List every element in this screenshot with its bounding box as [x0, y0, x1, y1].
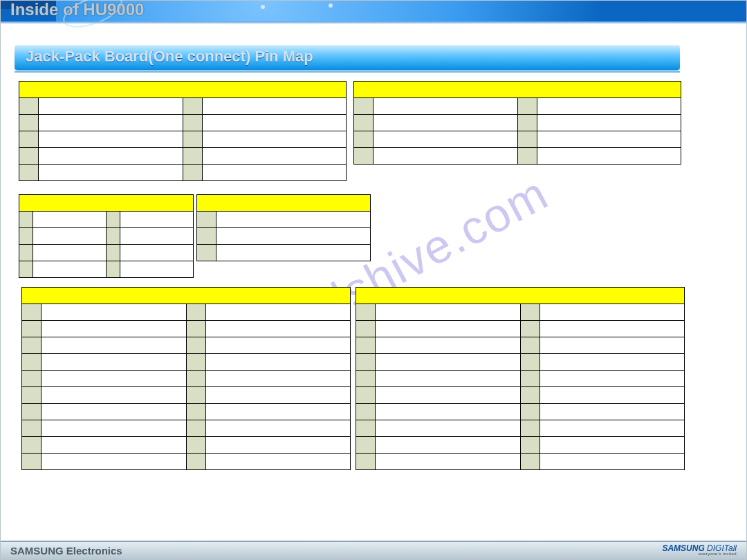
pin-value-cell	[42, 437, 187, 454]
table-row	[19, 115, 347, 131]
pin-value-cell	[39, 131, 183, 148]
pin-index-cell	[517, 115, 537, 131]
header-band: Inside of HU9000	[1, 1, 746, 21]
pin-value-cell	[540, 371, 685, 387]
section-bar: Jack-Pack Board(One connect) Pin Map	[15, 45, 680, 70]
pin-index-cell	[356, 420, 376, 437]
pin-index-cell	[19, 228, 33, 245]
pin-value-cell	[202, 165, 347, 181]
pin-index-cell	[183, 98, 202, 115]
pin-index-cell	[520, 354, 540, 371]
pin-index-cell	[22, 321, 42, 337]
pin-index-cell	[520, 437, 540, 454]
pin-value-cell	[540, 437, 685, 454]
pin-value-cell	[376, 437, 521, 454]
pin-value-cell	[120, 228, 194, 245]
pin-index-cell	[197, 228, 216, 245]
pin-value-cell	[376, 454, 521, 470]
table-header	[356, 288, 685, 304]
table-row	[22, 387, 351, 404]
table-row	[197, 228, 371, 245]
table-row	[22, 437, 351, 454]
pin-index-cell	[19, 245, 33, 261]
pinmap-table-2	[353, 81, 681, 165]
footer-brand: SAMSUNG DIGITall everyone's invited	[662, 545, 737, 556]
pin-index-cell	[197, 245, 216, 261]
table-header	[19, 82, 347, 98]
pin-value-cell	[205, 321, 351, 337]
pin-index-cell	[356, 454, 376, 470]
pin-value-cell	[205, 420, 351, 437]
table-header	[22, 288, 351, 304]
pin-value-cell	[537, 148, 681, 165]
pin-index-cell	[22, 420, 42, 437]
pin-index-cell	[356, 321, 376, 337]
pin-value-cell	[376, 371, 521, 387]
pin-index-cell	[19, 131, 39, 148]
pin-value-cell	[216, 245, 371, 261]
pin-value-cell	[33, 212, 107, 228]
pin-index-cell	[520, 321, 540, 337]
pin-index-cell	[183, 131, 202, 148]
table-row	[22, 371, 351, 387]
table-row	[354, 131, 681, 148]
pin-index-cell	[197, 212, 216, 228]
pin-value-cell	[205, 454, 351, 470]
pin-value-cell	[376, 387, 521, 404]
table-row	[19, 245, 194, 261]
pin-value-cell	[216, 228, 371, 245]
pin-index-cell	[19, 115, 39, 131]
table-row	[356, 371, 685, 387]
pin-index-cell	[186, 420, 205, 437]
pin-index-cell	[356, 337, 376, 354]
pin-value-cell	[540, 387, 685, 404]
pin-value-cell	[205, 354, 351, 371]
pin-value-cell	[202, 115, 347, 131]
pin-index-cell	[186, 371, 205, 387]
pin-index-cell	[183, 165, 202, 181]
pin-index-cell	[19, 165, 39, 181]
pin-index-cell	[356, 371, 376, 387]
pin-value-cell	[39, 148, 183, 165]
pin-index-cell	[354, 115, 374, 131]
pin-index-cell	[186, 404, 205, 420]
table-row	[356, 437, 685, 454]
pin-index-cell	[517, 148, 537, 165]
pin-index-cell	[107, 261, 120, 278]
pin-index-cell	[19, 261, 33, 278]
table-row	[356, 420, 685, 437]
footer-company: SAMSUNG Electronics	[10, 545, 122, 557]
pin-value-cell	[540, 304, 685, 321]
pin-value-cell	[540, 337, 685, 354]
pin-index-cell	[356, 437, 376, 454]
table-row	[356, 387, 685, 404]
pin-index-cell	[356, 387, 376, 404]
table-row	[197, 245, 371, 261]
table-row	[354, 115, 681, 131]
pin-value-cell	[540, 354, 685, 371]
pin-index-cell	[186, 304, 205, 321]
pin-value-cell	[374, 115, 518, 131]
pin-value-cell	[540, 420, 685, 437]
pin-index-cell	[183, 148, 202, 165]
table-row	[19, 98, 347, 115]
pin-index-cell	[19, 98, 39, 115]
table-row	[19, 165, 347, 181]
pin-index-cell	[517, 131, 537, 148]
pin-value-cell	[376, 404, 521, 420]
pin-index-cell	[520, 420, 540, 437]
pin-value-cell	[374, 148, 518, 165]
footer: SAMSUNG Electronics SAMSUNG DIGITall eve…	[1, 541, 746, 559]
pin-index-cell	[19, 148, 39, 165]
pin-index-cell	[22, 354, 42, 371]
pin-index-cell	[186, 387, 205, 404]
section-title: Jack-Pack Board(One connect) Pin Map	[26, 48, 313, 66]
pin-value-cell	[205, 404, 351, 420]
pin-value-cell	[42, 371, 187, 387]
page-title: Inside of HU9000	[10, 1, 144, 21]
table-header	[197, 195, 371, 212]
pin-index-cell	[22, 387, 42, 404]
table-row	[354, 148, 681, 165]
pin-index-cell	[354, 148, 374, 165]
pin-value-cell	[42, 321, 187, 337]
